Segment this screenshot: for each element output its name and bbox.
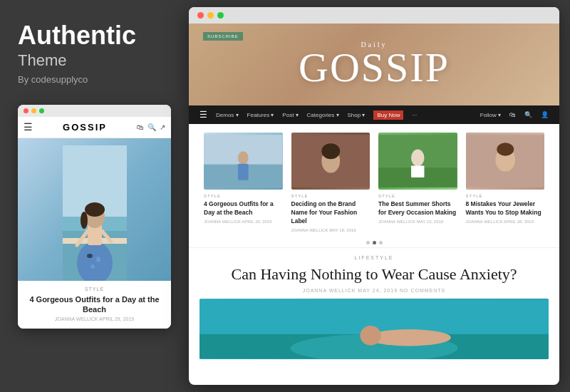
mobile-top-bar <box>18 105 171 117</box>
brand-title: Authentic <box>18 21 171 50</box>
bag-icon: 🛍 <box>137 123 144 131</box>
article-meta-2: JOANNA WELLICK MAY 16, 2019 <box>291 228 370 232</box>
nav-bag-icon[interactable]: 🛍 <box>509 111 516 118</box>
svg-point-10 <box>85 202 105 217</box>
svg-rect-17 <box>238 164 249 180</box>
mobile-article: STYLE 4 Gorgeous Outfits for a Day at th… <box>18 281 171 329</box>
slider-dot-3[interactable] <box>379 241 383 244</box>
article-title-3[interactable]: The Best Summer Shorts for Every Occasio… <box>378 200 457 217</box>
nav-item-shop[interactable]: Shop ▾ <box>348 112 366 118</box>
desktop-hero: SUBSCRIBE Daily GOSSIP <box>189 24 559 105</box>
article-meta-1: JOANNA WELLICK APRIL 29, 2019 <box>204 220 283 224</box>
mobile-nav: ☰ GOSSIP 🛍 🔍 ↗ <box>18 117 171 138</box>
nav-user-icon[interactable]: 👤 <box>541 111 549 118</box>
nav-search-icon[interactable]: 🔍 <box>524 111 532 118</box>
featured-section: LIFESTYLE Can Having Nothing to Wear Cau… <box>189 247 559 366</box>
featured-category: LIFESTYLE <box>200 255 549 260</box>
mobile-dot-green <box>39 108 44 113</box>
subscribe-button[interactable]: SUBSCRIBE <box>203 32 243 41</box>
nav-item-buynow[interactable]: Buy Now <box>373 110 403 120</box>
mobile-hero <box>18 138 171 281</box>
article-card-4: STYLE 8 Mistakes Your Jeweler Wants You … <box>462 133 549 232</box>
search-icon: 🔍 <box>147 123 156 131</box>
nav-item-more[interactable]: ··· <box>412 112 417 118</box>
article-title-2[interactable]: Deciding on the Brand Name for Your Fash… <box>291 200 370 226</box>
svg-point-11 <box>81 212 88 229</box>
article-meta-4: JOANNA WELLICK APRIL 28, 2019 <box>466 220 545 224</box>
desktop-dot-red <box>197 12 204 19</box>
desktop-mockup: SUBSCRIBE Daily GOSSIP ☰ Demos ▾ Feature… <box>189 7 559 385</box>
featured-image <box>200 299 549 359</box>
article-card-3: STYLE The Best Summer Shorts for Every O… <box>374 133 462 232</box>
share-icon: ↗ <box>160 123 165 131</box>
slider-dots <box>189 238 559 247</box>
gossip-main-label: GOSSIP <box>299 44 450 91</box>
article-title-4[interactable]: 8 Mistakes Your Jeweler Wants You to Sto… <box>466 200 545 217</box>
mobile-dot-red <box>24 108 28 113</box>
desktop-top-bar <box>189 7 559 24</box>
featured-title[interactable]: Can Having Nothing to Wear Cause Anxiety… <box>200 264 549 285</box>
article-card-2: STYLE Deciding on the Brand Name for You… <box>287 133 375 232</box>
svg-point-32 <box>360 326 380 345</box>
article-image-3 <box>378 133 457 190</box>
svg-point-20 <box>321 143 340 159</box>
article-image-1 <box>204 133 283 190</box>
svg-point-23 <box>411 149 424 166</box>
desktop-dot-green <box>217 12 224 19</box>
svg-rect-24 <box>411 165 424 177</box>
svg-point-7 <box>90 264 95 269</box>
article-grid: STYLE 4 Gorgeous Outfits for a Day at th… <box>189 124 559 238</box>
slider-dot-2[interactable] <box>373 241 376 244</box>
nav-item-categories[interactable]: Categories ▾ <box>307 112 339 118</box>
article-card-1: STYLE 4 Gorgeous Outfits for a Day at th… <box>200 133 287 232</box>
mobile-dot-yellow <box>31 108 36 113</box>
mobile-hamburger-icon[interactable]: ☰ <box>24 121 33 133</box>
svg-point-6 <box>96 257 100 262</box>
svg-point-16 <box>238 151 249 164</box>
article-meta-3: JOANNA WELLICK MAY 10, 2019 <box>378 220 457 224</box>
article-category-3: STYLE <box>378 194 457 198</box>
nav-item-features[interactable]: Features ▾ <box>247 112 274 118</box>
mobile-article-title: 4 Gorgeous Outfits for a Day at the Beac… <box>25 294 164 315</box>
brand-author: By codesupplyco <box>18 74 171 85</box>
mobile-logo: GOSSIP <box>63 122 107 133</box>
brand-subtitle: Theme <box>18 51 171 70</box>
article-category-1: STYLE <box>204 194 283 198</box>
slider-dot-1[interactable] <box>366 241 370 244</box>
article-category-4: STYLE <box>466 194 545 198</box>
left-panel: Authentic Theme By codesupplyco ☰ GOSSIP… <box>0 0 189 392</box>
article-image-4 <box>466 133 545 190</box>
mobile-article-meta: JOANNA WELLICK APRIL 29, 2019 <box>25 316 164 321</box>
mobile-article-category: STYLE <box>25 287 164 292</box>
mobile-nav-icons: 🛍 🔍 ↗ <box>137 123 165 131</box>
featured-meta: JOANNA WELLICK MAY 24, 2019 NO COMMENTS <box>200 288 549 293</box>
article-category-2: STYLE <box>291 194 370 198</box>
desktop-nav: ☰ Demos ▾ Features ▾ Post ▾ Categories ▾… <box>189 105 559 124</box>
gossip-title-block: Daily GOSSIP <box>299 41 450 88</box>
article-image-2 <box>291 133 370 190</box>
svg-point-5 <box>87 254 93 258</box>
nav-item-post[interactable]: Post ▾ <box>282 112 298 118</box>
hero-person-illustration <box>63 145 127 281</box>
mobile-mockup: ☰ GOSSIP 🛍 🔍 ↗ <box>18 105 171 329</box>
nav-follow-label: Follow ▾ <box>480 112 501 118</box>
desktop-dot-yellow <box>207 12 214 19</box>
nav-item-demos[interactable]: Demos ▾ <box>216 112 239 118</box>
article-title-1[interactable]: 4 Gorgeous Outfits for a Day at the Beac… <box>204 200 283 217</box>
nav-hamburger-icon[interactable]: ☰ <box>200 110 207 120</box>
svg-point-27 <box>497 143 514 155</box>
